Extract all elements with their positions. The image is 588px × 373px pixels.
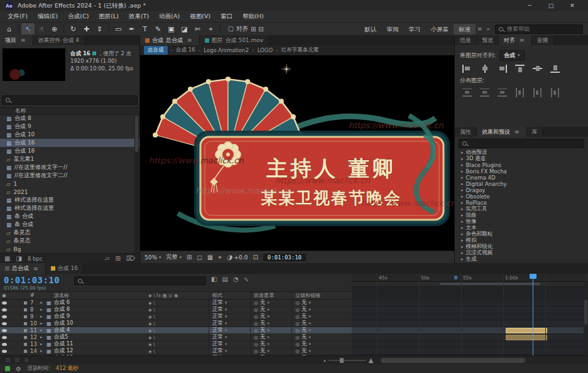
twirl-icon[interactable]: ▸ — [40, 307, 46, 312]
tab-effect-controls[interactable]: 效果控件 合成 4 — [33, 35, 85, 45]
blend-mode-select[interactable]: 正常▾ — [209, 348, 250, 354]
project-item[interactable]: ▦合成 9 — [0, 122, 139, 131]
twirl-icon[interactable]: ▸ — [461, 251, 464, 256]
timeline-horizontal-scrollbar[interactable] — [381, 358, 525, 363]
shape-tool-icon[interactable]: ▭ — [112, 23, 125, 35]
mode-column-header[interactable]: 模式 — [209, 292, 250, 299]
menu-item[interactable]: 图层(L) — [94, 13, 124, 21]
expand-transfer-icon[interactable] — [5, 357, 11, 363]
parent-link-select[interactable]: ◎无▾ — [291, 300, 352, 306]
project-scrollbar[interactable] — [134, 114, 139, 253]
blend-mode-select[interactable]: 正常▾ — [209, 300, 250, 306]
menu-item[interactable]: 文件(F) — [3, 13, 33, 21]
tab-layer-viewer[interactable]: 图层 合成 501.mov — [200, 35, 270, 45]
close-icon[interactable]: ✕ — [562, 0, 583, 11]
project-search[interactable] — [2, 95, 138, 105]
blend-mode-select[interactable]: 正常▾ — [209, 341, 250, 347]
timeline-tab-secondary[interactable]: 合成 16 — [46, 263, 84, 274]
track-matte-column-header[interactable]: 轨道遮罩 — [250, 292, 291, 299]
panel-menu-icon[interactable]: ≡ — [518, 37, 526, 43]
project-item[interactable]: ▦//在这里修改文字二// — [0, 171, 139, 180]
viewer-timecode[interactable]: 0:01:03:10 — [263, 254, 306, 261]
twirl-icon[interactable]: ▸ — [40, 314, 46, 319]
twirl-icon[interactable]: ▸ — [461, 257, 464, 262]
distribute-bottom-icon[interactable] — [498, 89, 507, 97]
menu-item[interactable]: 合成(C) — [63, 13, 94, 21]
work-area-bar[interactable] — [352, 282, 588, 286]
visibility-column-header[interactable]: ◉ — [0, 293, 9, 298]
visibility-toggle[interactable] — [0, 329, 9, 332]
transparency-grid-icon[interactable]: ▦ — [207, 254, 213, 261]
project-item[interactable]: ▱Bg — [0, 245, 139, 253]
twirl-icon[interactable]: ▸ — [461, 225, 464, 230]
draft-3d-icon[interactable]: ▤ — [222, 276, 227, 283]
project-item[interactable]: ▦合成 8 — [0, 114, 139, 122]
pen-tool-icon[interactable]: ✒ — [125, 23, 138, 35]
timeline-layer-row[interactable]: 8▸▦合成 8◈ \正常▾◎无▾◎无▾ — [0, 306, 352, 313]
workspace-overflow-icon[interactable]: » — [484, 26, 493, 32]
timeline-tab-main[interactable]: 总合成 ≡ — [0, 263, 46, 274]
timeline-vertical-scrollbar[interactable] — [584, 282, 588, 355]
puppet-pin-tool-icon[interactable]: ⌖ — [204, 23, 217, 35]
label-color-chip[interactable] — [24, 350, 30, 353]
new-folder-icon[interactable]: ▱ — [105, 255, 110, 262]
align-to-select[interactable]: 合成▾ — [499, 50, 525, 61]
breadcrumb-item[interactable]: LOGO — [258, 47, 273, 53]
effect-category[interactable]: ▸Cinema 4D — [455, 175, 588, 181]
type-tool-icon[interactable]: T — [138, 23, 151, 35]
minimize-icon[interactable]: ─ — [519, 0, 540, 11]
layer-switches[interactable]: ◈ \ — [148, 335, 209, 340]
blend-mode-select[interactable]: 正常▾ — [209, 313, 250, 320]
workspace-tab[interactable]: 默认 — [359, 24, 381, 35]
effects-search[interactable] — [459, 139, 584, 148]
twirl-icon[interactable]: ▸ — [461, 156, 464, 161]
parent-link-select[interactable]: ◎无▾ — [291, 327, 352, 333]
hand-tool-icon[interactable]: ☝ — [35, 23, 48, 35]
label-color-chip[interactable] — [24, 322, 30, 325]
label-color-chip[interactable] — [24, 329, 30, 332]
gear-icon[interactable]: ⚙ — [16, 365, 21, 372]
panel-menu-icon[interactable]: ≡ — [31, 266, 40, 272]
breadcrumb-item[interactable]: 合成 16 — [176, 46, 195, 54]
track-matte-select[interactable]: ◎无▾ — [250, 313, 291, 320]
effect-category[interactable]: ▸Boris FX Mocha — [455, 168, 588, 175]
label-color-chip[interactable] — [24, 301, 30, 305]
home-tool-icon[interactable]: ⌂ — [3, 23, 16, 35]
source-name-column-header[interactable]: 源名称 — [54, 292, 148, 299]
twirl-icon[interactable]: ▸ — [461, 150, 464, 155]
blend-mode-select[interactable]: 正常▾ — [209, 306, 250, 313]
project-item[interactable]: ▦合成 16 — [0, 139, 139, 147]
breadcrumb-item[interactable]: Logo Animation2 — [204, 47, 249, 53]
twirl-icon[interactable]: ▸ — [461, 194, 464, 199]
zoom-slider-handle[interactable] — [340, 358, 344, 363]
visibility-toggle[interactable] — [0, 315, 9, 318]
layer-switches[interactable]: ◈ \ — [148, 349, 209, 354]
effect-category[interactable]: ▸Digital Anarchy — [455, 181, 588, 187]
timeline-layer-row[interactable]: 12▸▦合成5◈ \正常▾◎无▾◎无▾ — [0, 334, 352, 341]
tab-preview[interactable]: 预览 — [477, 35, 499, 45]
timeline-layer-row[interactable]: 10▸▦合成 10◈ \正常▾◎无▾◎无▾ — [0, 320, 352, 327]
parent-link-select[interactable]: ◎无▾ — [291, 334, 352, 340]
timeline-layer-row[interactable]: 13▸▦合成 11◈ \正常▾◎无▾◎无▾ — [0, 341, 352, 348]
project-item[interactable]: ▦条 合成 — [0, 212, 139, 220]
composition-canvas[interactable]: 主持人 董卿 某某卫视春节晚会 https://www.maclick.cn h… — [140, 55, 454, 251]
twirl-icon[interactable]: ▸ — [40, 335, 46, 340]
effect-category[interactable]: ▸Dragoy — [455, 187, 588, 193]
visibility-toggle[interactable] — [0, 336, 9, 339]
visibility-toggle[interactable] — [0, 308, 9, 311]
maximize-icon[interactable]: □ — [540, 0, 562, 11]
name-column-header[interactable]: 名称 — [15, 107, 26, 115]
project-item[interactable]: ▦条 合成 — [0, 220, 139, 229]
workspace-tab[interactable]: 小屏幕 — [425, 24, 454, 35]
twirl-icon[interactable]: ▸ — [461, 169, 464, 174]
tab-effects-presets[interactable]: 效果和预设≡ — [477, 127, 527, 137]
twirl-icon[interactable]: ▸ — [461, 188, 464, 193]
project-search-input[interactable] — [13, 97, 134, 104]
tab-libraries[interactable]: 库 — [527, 127, 543, 137]
pan-camera-tool-icon[interactable]: ✚ — [80, 23, 93, 35]
align-horizontal-center-icon[interactable] — [480, 65, 489, 73]
twirl-icon[interactable]: ▸ — [461, 219, 464, 224]
twirl-icon[interactable]: ▸ — [461, 244, 464, 249]
align-vertical-center-icon[interactable] — [533, 65, 542, 73]
twirl-icon[interactable]: ▸ — [40, 349, 46, 354]
